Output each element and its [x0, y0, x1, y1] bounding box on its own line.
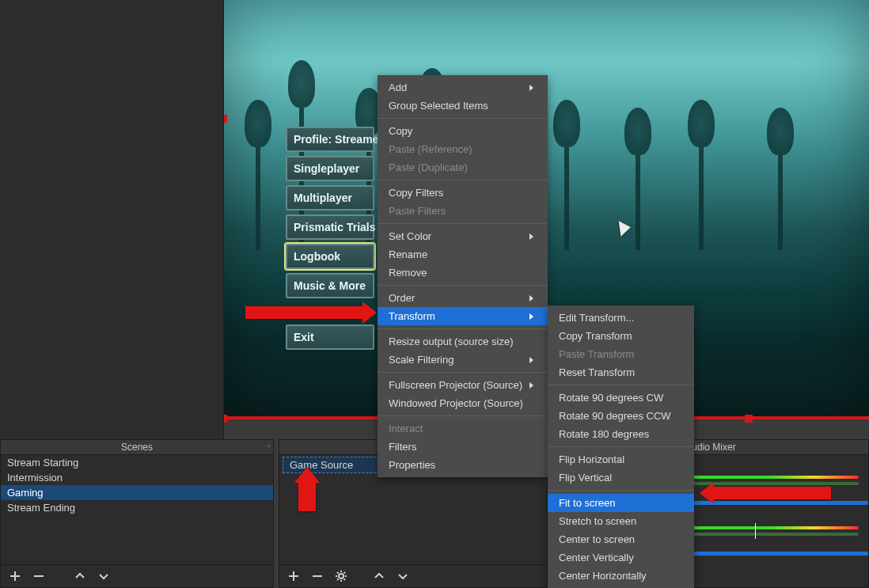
context-menu-item-label: Reset Transform: [559, 366, 635, 378]
context-menu-separator: [378, 285, 548, 286]
game-cursor-icon: [619, 219, 632, 237]
context-menu-item-label: Paste Transform: [559, 348, 634, 360]
context-menu-item[interactable]: Scale Filtering: [378, 351, 548, 369]
chevron-right-icon: [529, 233, 533, 240]
context-menu-item-label: Copy Filters: [389, 187, 443, 199]
context-menu-item[interactable]: Reset Transform: [548, 363, 694, 381]
context-menu-item-label: Filters: [389, 441, 416, 453]
context-menu-item[interactable]: Filters: [378, 438, 548, 456]
context-menu-item-label: Group Selected Items: [389, 100, 488, 112]
minus-icon[interactable]: [311, 570, 324, 582]
context-menu-item[interactable]: Rotate 180 degrees: [548, 425, 694, 443]
context-menu-item-label: Rename: [389, 248, 427, 260]
game-menu-multiplayer: Multiplayer: [286, 185, 374, 211]
context-menu-item[interactable]: Transform: [378, 307, 548, 325]
context-menu-item-label: Paste Filters: [389, 205, 446, 217]
scenes-dock: Scenes ▫ Stream Starting Intermission Ga…: [0, 439, 274, 588]
context-menu-item[interactable]: Windowed Projector (Source): [378, 394, 548, 412]
svg-point-0: [339, 574, 343, 579]
context-menu-item-label: Add: [389, 82, 407, 93]
scene-row[interactable]: Gaming: [1, 485, 273, 500]
scenes-toolbar: [1, 564, 273, 587]
context-menu-separator: [378, 372, 548, 373]
game-menu-prismatic: Prismatic Trials: [286, 214, 374, 240]
context-menu-item[interactable]: Rotate 90 degrees CCW: [548, 407, 694, 425]
plus-icon[interactable]: [9, 570, 21, 582]
scene-row[interactable]: Intermission: [1, 470, 273, 485]
chevron-right-icon: [529, 357, 533, 363]
context-menu-item[interactable]: Add: [378, 78, 548, 97]
context-menu-separator: [378, 118, 548, 119]
context-menu-item-label: Scale Filtering: [389, 354, 453, 366]
context-menu-item: Paste Transform: [548, 345, 694, 363]
context-menu-item[interactable]: Copy Filters: [378, 184, 548, 202]
chevron-down-icon[interactable]: [397, 570, 409, 582]
minus-icon[interactable]: [32, 570, 45, 582]
context-menu-item-label: Order: [389, 292, 415, 304]
context-menu-item[interactable]: Rotate 90 degrees CW: [548, 389, 694, 407]
sources-toolbar: [279, 564, 547, 587]
context-menu-item[interactable]: Remove: [378, 264, 548, 282]
context-menu-item: Paste (Duplicate): [378, 158, 548, 176]
scenes-dock-title: Scenes ▫: [1, 440, 273, 455]
scene-row[interactable]: Stream Ending: [1, 500, 273, 515]
context-menu-main[interactable]: AddGroup Selected ItemsCopyPaste (Refere…: [378, 75, 548, 477]
annotation-arrow: [712, 487, 831, 499]
context-menu-item-label: Paste (Reference): [389, 143, 472, 155]
context-menu-item-label: Resize output (source size): [389, 336, 514, 347]
scenes-list[interactable]: Stream Starting Intermission Gaming Stre…: [1, 455, 273, 564]
context-menu-item[interactable]: Flip Vertical: [548, 469, 694, 487]
context-menu-transform[interactable]: Edit Transform...Copy TransformPaste Tra…: [548, 305, 694, 588]
context-menu-item-label: Interact: [389, 423, 423, 434]
context-menu-item-label: Copy Transform: [559, 330, 632, 342]
game-menu-exit: Exit: [286, 324, 374, 350]
annotation-arrow: [298, 481, 316, 511]
context-menu-item[interactable]: Copy: [378, 122, 548, 140]
context-menu-item: Interact: [378, 419, 548, 438]
dock-pop-icon[interactable]: ▫: [267, 442, 270, 450]
context-menu-item[interactable]: Fullscreen Projector (Source): [378, 376, 548, 394]
context-menu-item[interactable]: Edit Transform...: [548, 309, 694, 327]
context-menu-item[interactable]: Resize output (source size): [378, 332, 548, 351]
context-menu-item[interactable]: Order: [378, 289, 548, 307]
game-menu-music: Music & More: [286, 273, 374, 298]
chevron-right-icon: [529, 382, 533, 389]
preview-side-panel: [0, 0, 224, 439]
context-menu-item[interactable]: Flip Horizontal: [548, 450, 694, 469]
context-menu-item[interactable]: Center Horizontally: [548, 567, 694, 585]
context-menu-item-label: Transform: [389, 310, 435, 322]
scene-row[interactable]: Stream Starting: [1, 455, 273, 470]
context-menu-item[interactable]: Rename: [378, 245, 548, 264]
gear-icon[interactable]: [335, 570, 347, 582]
context-menu-separator: [378, 415, 548, 416]
context-menu-item[interactable]: Fit to screen: [548, 494, 694, 512]
context-menu-item[interactable]: Group Selected Items: [378, 97, 548, 115]
chevron-up-icon[interactable]: [373, 570, 385, 582]
context-menu-item-label: Center Horizontally: [559, 570, 647, 582]
annotation-arrow: [245, 306, 364, 319]
context-menu-item-label: Center to screen: [559, 533, 635, 545]
context-menu-item-label: Edit Transform...: [559, 312, 634, 324]
plus-icon[interactable]: [287, 570, 300, 582]
context-menu-item-label: Center Vertically: [559, 552, 634, 563]
context-menu-item[interactable]: Copy Transform: [548, 327, 694, 345]
context-menu-item-label: Stretch to screen: [559, 515, 636, 527]
chevron-right-icon: [529, 295, 533, 302]
context-menu-item-label: Rotate 90 degrees CW: [559, 392, 663, 404]
context-menu-item-label: Properties: [389, 459, 435, 471]
context-menu-item[interactable]: Stretch to screen: [548, 512, 694, 530]
context-menu-item-label: Paste (Duplicate): [389, 161, 468, 173]
context-menu-separator: [378, 328, 548, 329]
chevron-up-icon[interactable]: [74, 570, 86, 582]
chevron-right-icon: [529, 313, 533, 320]
chevron-right-icon: [529, 85, 533, 91]
context-menu-item[interactable]: Center to screen: [548, 530, 694, 548]
context-menu-item[interactable]: Center Vertically: [548, 548, 694, 567]
context-menu-item: Paste Filters: [378, 202, 548, 220]
context-menu-item-label: Rotate 180 degrees: [559, 428, 649, 440]
game-menu-logbook: Logbook: [286, 244, 374, 269]
chevron-down-icon[interactable]: [97, 570, 110, 582]
context-menu-item[interactable]: Set Color: [378, 227, 548, 245]
context-menu-separator: [378, 180, 548, 180]
context-menu-item[interactable]: Properties: [378, 456, 548, 474]
